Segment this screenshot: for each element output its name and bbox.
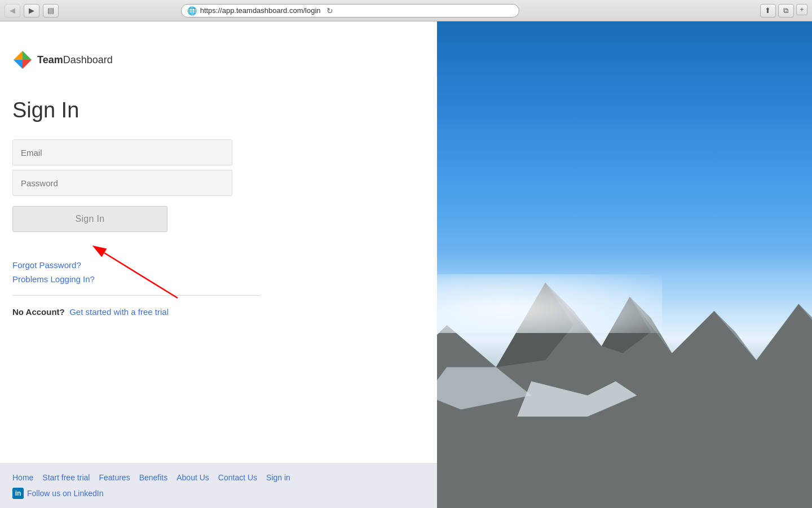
login-area: TeamDashboard Sign In Sign In Forgot Pas…: [0, 21, 437, 463]
divider: [12, 295, 261, 296]
page-layout: TeamDashboard Sign In Sign In Forgot Pas…: [0, 21, 812, 508]
footer-nav: Home Start free trial Features Benefits …: [12, 473, 425, 482]
footer-nav-benefits[interactable]: Benefits: [139, 473, 168, 482]
globe-icon: 🌐: [187, 6, 197, 15]
left-panel: TeamDashboard Sign In Sign In Forgot Pas…: [0, 21, 437, 508]
linkedin-icon: in: [12, 488, 24, 499]
url-text: https://app.teamdashboard.com/login: [200, 6, 321, 15]
cloud-overlay: [437, 274, 662, 332]
footer-nav-sign-in[interactable]: Sign in: [266, 473, 290, 482]
footer-nav-contact-us[interactable]: Contact Us: [218, 473, 257, 482]
tabs-button[interactable]: ⧉: [778, 4, 794, 17]
footer-nav-home[interactable]: Home: [12, 473, 33, 482]
svg-marker-4: [14, 51, 23, 60]
footer-nav-features[interactable]: Features: [99, 473, 130, 482]
page-title: Sign In: [12, 98, 425, 122]
back-button[interactable]: ◀: [5, 4, 20, 17]
footer: Home Start free trial Features Benefits …: [0, 463, 437, 508]
browser-toolbar: ◀ ▶ ▤ 🌐 https://app.teamdashboard.com/lo…: [0, 0, 812, 21]
email-input[interactable]: [12, 139, 232, 165]
share-button[interactable]: ⬆: [760, 4, 776, 17]
sign-in-button[interactable]: Sign In: [12, 206, 167, 232]
svg-marker-1: [23, 51, 32, 60]
logo-text: TeamDashboard: [37, 54, 113, 66]
login-form: Sign In: [12, 139, 232, 232]
forgot-password-link[interactable]: Forgot Password?: [12, 260, 261, 270]
linkedin-row: in Follow us on LinkedIn: [12, 488, 425, 499]
url-bar[interactable]: 🌐 https://app.teamdashboard.com/login ↻: [181, 4, 519, 17]
right-panel-image: [437, 21, 812, 508]
password-input[interactable]: [12, 170, 232, 196]
svg-marker-3: [14, 60, 23, 69]
free-trial-link[interactable]: Get started with a free trial: [69, 307, 169, 317]
new-tab-button[interactable]: +: [796, 4, 807, 15]
footer-nav-about-us[interactable]: About Us: [176, 473, 209, 482]
browser-right-buttons: ⬆ ⧉ +: [760, 4, 807, 17]
linkedin-link[interactable]: Follow us on LinkedIn: [27, 489, 103, 498]
sidebar-button[interactable]: ▤: [43, 4, 59, 17]
svg-marker-2: [23, 60, 32, 69]
refresh-icon[interactable]: ↻: [326, 6, 333, 15]
links-section: Forgot Password? Problems Logging In? No…: [12, 260, 261, 317]
problems-logging-in-link[interactable]: Problems Logging In?: [12, 274, 261, 284]
footer-nav-start-free-trial[interactable]: Start free trial: [42, 473, 90, 482]
logo-container: TeamDashboard: [12, 50, 425, 70]
forward-button[interactable]: ▶: [24, 4, 39, 17]
no-account-text: No Account? Get started with a free tria…: [12, 307, 261, 317]
logo-icon: [12, 50, 33, 70]
